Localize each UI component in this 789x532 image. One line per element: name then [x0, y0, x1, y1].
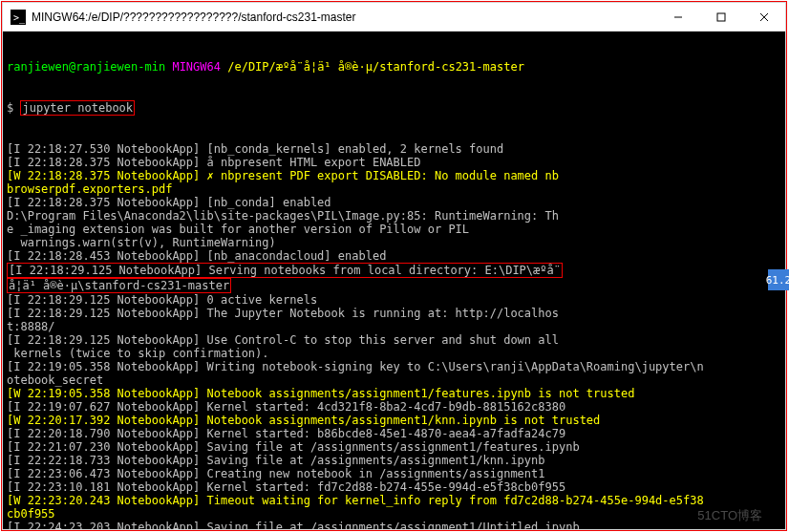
- log-line: [I 22:18:29.125 NotebookApp] 0 active ke…: [7, 293, 781, 307]
- watermark: 51CTO博客: [697, 507, 762, 524]
- log-line: [W 22:23:20.243 NotebookApp] Timeout wai…: [7, 494, 781, 507]
- log-line: [W 22:19:05.358 NotebookApp] Notebook as…: [7, 387, 781, 400]
- command-line: $ jupyter notebook: [7, 100, 781, 116]
- log-line: [I 22:18:29.125 NotebookApp] Serving not…: [7, 263, 781, 278]
- log-line: D:\Program Files\Anaconda2\lib\site-pack…: [7, 209, 781, 223]
- side-tab[interactable]: 61.2: [768, 269, 789, 290]
- log-line: [I 22:19:07.627 NotebookApp] Kernel star…: [7, 400, 781, 414]
- close-button[interactable]: [742, 3, 785, 31]
- mingw-icon: >_: [11, 10, 26, 25]
- log-line: [I 22:23:06.473 NotebookApp] Creating ne…: [7, 467, 781, 480]
- shell-name: MINGW64: [172, 60, 221, 74]
- log-line: [I 22:24:23.203 NotebookApp] Saving file…: [7, 521, 781, 529]
- svg-rect-3: [717, 13, 725, 21]
- log-output: [I 22:18:27.530 NotebookApp] [nb_conda_k…: [7, 142, 781, 529]
- log-line: kernels (twice to skip confirmation).: [7, 347, 781, 360]
- prompt-char: $: [7, 101, 13, 115]
- log-line: [I 22:18:28.453 NotebookApp] [nb_anacond…: [7, 249, 781, 263]
- log-line: t:8888/: [7, 320, 781, 333]
- log-line: [W 22:18:28.375 NotebookApp] ✗ nbpresent…: [7, 169, 781, 182]
- terminal-body[interactable]: ranjiewen@ranjiewen-min MINGW64 /e/DIP/æ…: [3, 32, 785, 529]
- log-line: [I 22:18:29.125 NotebookApp] The Jupyter…: [7, 307, 781, 320]
- log-line: warnings.warn(str(v), RuntimeWarning): [7, 236, 781, 249]
- svg-text:>_: >_: [13, 12, 26, 24]
- log-line: otebook_secret: [7, 373, 781, 387]
- log-line: [I 22:22:18.733 NotebookApp] Saving file…: [7, 454, 781, 467]
- log-line: [I 22:20:18.790 NotebookApp] Kernel star…: [7, 427, 781, 440]
- log-line: [I 22:19:05.358 NotebookApp] Writing not…: [7, 360, 781, 373]
- titlebar[interactable]: >_ MINGW64:/e/DIP/??????????????????/sta…: [3, 3, 785, 32]
- log-line: [I 22:18:27.530 NotebookApp] [nb_conda_k…: [7, 142, 781, 156]
- prompt-line: ranjiewen@ranjiewen-min MINGW64 /e/DIP/æ…: [7, 60, 781, 74]
- command-entered: jupyter notebook: [20, 100, 135, 116]
- window-controls: [656, 3, 785, 31]
- log-line: browserpdf.exporters.pdf: [7, 182, 781, 196]
- user-host: ranjiewen@ranjiewen-min: [7, 60, 165, 74]
- log-line: cb0f955: [7, 507, 781, 521]
- log-line: å­¦ä¹ å®è·µ\stanford-cs231-master: [7, 278, 781, 293]
- log-line: [I 22:18:28.375 NotebookApp] å nbpresent…: [7, 156, 781, 169]
- log-line: [I 22:18:28.375 NotebookApp] [nb_conda] …: [7, 196, 781, 209]
- cwd: /e/DIP/æºå¨å­¦ä¹ å®è·µ/stanford-cs231-ma…: [227, 60, 524, 74]
- window-title: MINGW64:/e/DIP/??????????????????/stanfo…: [32, 11, 656, 24]
- log-line: [I 22:23:10.181 NotebookApp] Kernel star…: [7, 480, 781, 494]
- log-line: [I 22:21:07.230 NotebookApp] Saving file…: [7, 440, 781, 454]
- terminal-window: >_ MINGW64:/e/DIP/??????????????????/sta…: [2, 2, 786, 530]
- log-line: [I 22:18:29.125 NotebookApp] Use Control…: [7, 333, 781, 347]
- minimize-button[interactable]: [656, 3, 699, 31]
- maximize-button[interactable]: [699, 3, 742, 31]
- log-line: [W 22:20:17.392 NotebookApp] Notebook as…: [7, 414, 781, 427]
- log-line: e _imaging extension was built for anoth…: [7, 223, 781, 236]
